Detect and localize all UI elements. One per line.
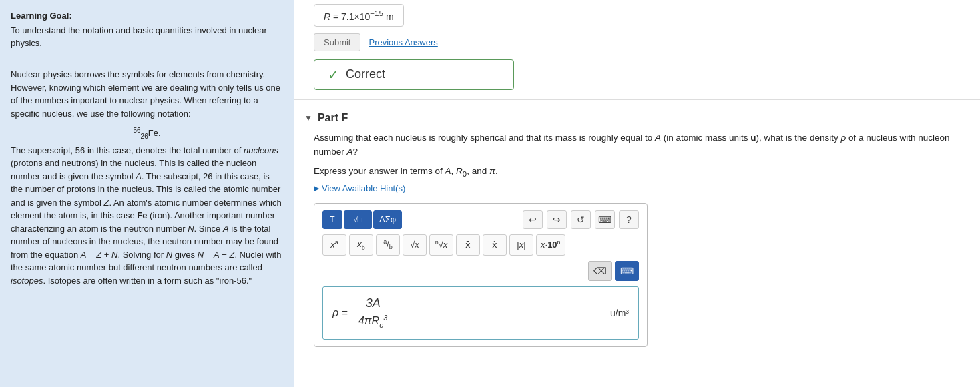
redo-button[interactable]: ↪ [547,210,567,229]
learning-goal-text: To understand the notation and basic qua… [11,24,283,50]
sidebar: Learning Goal: To understand the notatio… [0,0,294,387]
refresh-icon: ↺ [577,214,585,225]
delete-button[interactable]: ⌫ [588,261,612,281]
r-value-text: R = 7.1×10−15 m [324,11,394,22]
fe-notation: 5626Fe. [11,125,283,141]
keyboard2-icon: ⌨ [620,266,634,276]
part-f-content: Assuming that each nucleus is roughly sp… [294,131,980,347]
delete-icon: ⌫ [593,266,607,276]
toolbar-group-left: T √□ ΑΣφ [322,210,402,229]
x-power-a-button[interactable]: xa [322,234,346,256]
asy-button[interactable]: ΑΣφ [373,210,402,229]
help-icon: ? [626,214,632,225]
abs-icon: |x| [517,240,525,250]
r-value-box: R = 7.1×10−15 m [314,4,404,27]
sci-notation-button[interactable]: x·10n [536,234,565,256]
correct-label: Correct [346,67,385,81]
math-mode-icon: √□ [354,216,362,224]
learning-goal-title: Learning Goal: [11,9,283,23]
nth-root-icon: n√x [435,239,448,250]
fraction-formula: 3A 4πRo3 [356,296,390,329]
part-f-title: Part F [318,112,348,124]
sci-notation-icon: x·10n [541,239,561,250]
asy-icon: ΑΣφ [379,214,396,224]
math-toolbar-third: ⌫ ⌨ [322,261,639,281]
correct-banner: ✓ Correct [314,59,514,90]
part-f-express: Express your answer in terms of A, R0, a… [314,166,960,178]
sidebar-para2: The superscript, 56 in this case, denote… [11,144,283,288]
view-hints[interactable]: ▶ View Available Hint(s) [314,183,960,193]
previous-answers-link[interactable]: Previous Answers [369,37,437,47]
fraction-numerator: 3A [363,296,383,312]
x-subscript-b-icon: xb [357,239,365,251]
keyboard-icon: ⌨ [598,214,611,225]
undo-icon: ↩ [529,214,537,225]
math-mode-button[interactable]: √□ [344,210,372,229]
keyboard-button[interactable]: ⌨ [595,210,615,229]
math-input-container: T √□ ΑΣφ ↩ ↪ ↺ [314,203,648,347]
fraction-icon: a/b [383,238,392,250]
nth-root-button[interactable]: n√x [429,234,453,256]
r-value-area: R = 7.1×10−15 m [294,0,980,27]
sidebar-para1: Nuclear physics borrows the symbols for … [11,68,283,120]
units-label: u/m³ [610,308,629,318]
abs-button[interactable]: |x| [509,234,533,256]
help-button[interactable]: ? [619,210,639,229]
x-subscript-b-button[interactable]: xb [349,234,373,256]
fraction-button[interactable]: a/b [376,234,400,256]
text-mode-button[interactable]: T [322,210,342,229]
formula-display[interactable]: ρ = 3A 4πRo3 u/m³ [322,286,639,340]
submit-area: Submit Previous Answers [294,27,980,51]
part-f-header[interactable]: ▼ Part F [294,109,980,131]
fraction-denominator: 4πRo3 [356,312,390,329]
submit-button[interactable]: Submit [314,33,360,51]
part-f-question: Assuming that each nucleus is roughly sp… [314,131,960,159]
part-f-collapse-arrow[interactable]: ▼ [304,113,312,123]
hints-arrow-icon: ▶ [314,184,319,193]
sqrt-icon: √x [410,240,419,250]
bar-x-icon: x̄ [465,240,471,250]
math-toolbar-top: T √□ ΑΣφ ↩ ↪ ↺ [322,210,639,229]
keyboard2-button[interactable]: ⌨ [615,261,639,281]
sqrt-button[interactable]: √x [403,234,427,256]
hat-x-icon: x̂ [492,240,497,250]
main-content: R = 7.1×10−15 m Submit Previous Answers … [294,0,980,387]
text-mode-icon: T [330,215,334,224]
undo-button[interactable]: ↩ [523,210,543,229]
refresh-button[interactable]: ↺ [571,210,591,229]
rho-equals-label: ρ = [332,307,348,319]
checkmark-icon: ✓ [328,67,339,83]
math-toolbar-second: xa xb a/b √x n√x x̄ x̂ [322,234,639,256]
x-power-a-icon: xa [330,239,338,250]
view-hints-label: View Available Hint(s) [322,183,405,193]
section-divider [294,99,980,100]
bar-x-button[interactable]: x̄ [456,234,480,256]
hat-x-button[interactable]: x̂ [483,234,507,256]
redo-icon: ↪ [553,214,561,225]
